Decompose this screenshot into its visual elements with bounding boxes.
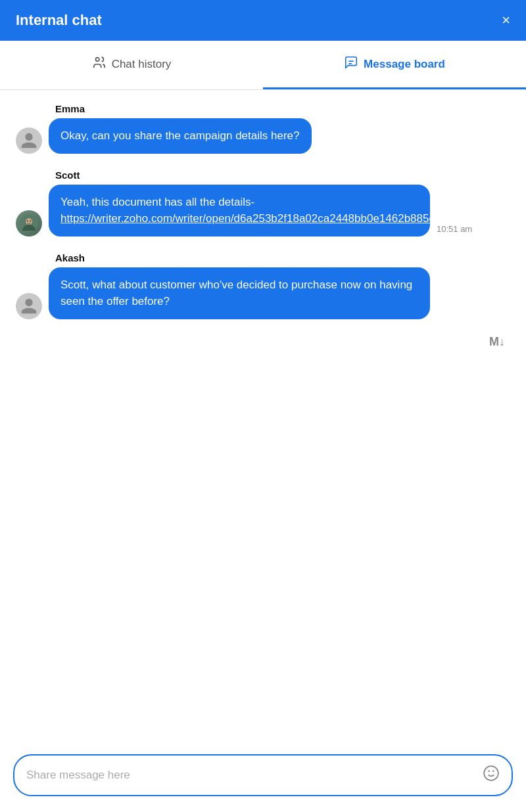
sender-name-emma: Emma [16, 103, 510, 114]
message-row-akash: Scott, what about customer who've decide… [16, 267, 510, 319]
messages-area: Emma Okay, can you share the campaign de… [0, 90, 526, 744]
svg-point-6 [30, 220, 31, 221]
message-input[interactable] [26, 769, 483, 782]
app-title: Internal chat [16, 12, 102, 29]
input-area [0, 744, 526, 812]
message-timestamp-scott: 10:51 am [437, 224, 472, 237]
message-group-akash: Akash Scott, what about customer who've … [16, 252, 510, 319]
message-row-emma: Okay, can you share the campaign details… [16, 118, 510, 154]
tab-chat-history-label: Chat history [112, 58, 172, 71]
avatar-emma [16, 127, 42, 154]
close-button[interactable]: × [502, 13, 510, 28]
svg-point-5 [27, 220, 28, 221]
chat-history-icon [92, 55, 107, 73]
tab-chat-history[interactable]: Chat history [0, 41, 263, 89]
sender-name-scott: Scott [16, 169, 510, 181]
markdown-badge: M↓ [489, 335, 505, 349]
markdown-indicator: M↓ [16, 335, 510, 349]
bubble-akash: Scott, what about customer who've decide… [49, 267, 430, 319]
bubble-scott: Yeah, this document has all the details-… [49, 185, 430, 237]
svg-point-7 [484, 766, 498, 780]
tabs-container: Chat history Message board [0, 41, 526, 90]
header: Internal chat × [0, 0, 526, 41]
message-group-emma: Emma Okay, can you share the campaign de… [16, 103, 510, 154]
avatar-akash [16, 293, 42, 319]
message-input-wrapper [13, 754, 513, 796]
emoji-button[interactable] [483, 765, 500, 786]
scott-message-text: Yeah, this document has all the details-… [60, 196, 460, 225]
app-container: Internal chat × Chat history [0, 0, 526, 812]
scott-link[interactable]: https://writer.zoho.com/writer/open/d6a2… [60, 212, 460, 225]
message-group-scott: Scott Yeah, this document has all the de… [16, 169, 510, 237]
svg-point-0 [95, 58, 99, 62]
tab-message-board-label: Message board [364, 58, 445, 71]
message-row-scott: Yeah, this document has all the details-… [16, 185, 510, 237]
message-board-icon [344, 55, 358, 73]
sender-name-akash: Akash [16, 252, 510, 263]
bubble-emma: Okay, can you share the campaign details… [49, 118, 312, 154]
avatar-scott [16, 210, 42, 237]
tab-message-board[interactable]: Message board [263, 41, 526, 89]
